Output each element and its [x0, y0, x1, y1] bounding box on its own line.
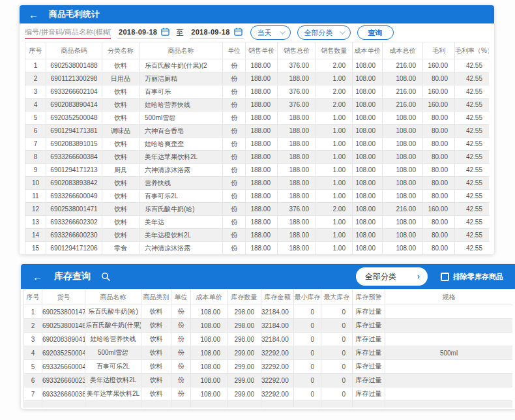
- date-to-field[interactable]: 2018-09-18: [190, 26, 243, 39]
- table-cell: 0: [294, 387, 321, 401]
- table-cell: 298.00: [228, 333, 261, 346]
- table-row[interactable]: 116933266600049饮料百事可乐2L份188.00188.001.00…: [25, 190, 490, 203]
- table-cell: [385, 374, 513, 387]
- category-select[interactable]: 全部分类: [297, 25, 351, 40]
- column-header: 商品名称: [140, 42, 223, 59]
- table-cell: 6: [24, 374, 42, 387]
- table-cell: 188.00: [246, 59, 278, 72]
- table-cell: 10: [25, 177, 46, 190]
- table-row[interactable]: [24, 401, 513, 408]
- back-icon[interactable]: ←: [33, 271, 42, 282]
- column-header: 库存金额: [261, 290, 294, 305]
- table-row[interactable]: 26902538001488乐百氏酸牛奶(什果)(2饮料份108.00298.0…: [24, 319, 513, 333]
- table-cell: 0: [321, 346, 353, 360]
- table-header-row: 序号货号商品名称商品类别单位成本单价库存数量库存金额最小库存最大库存库存预警规格: [24, 290, 513, 305]
- table-cell: 188.00: [278, 151, 316, 164]
- table-row[interactable]: 96901294171213厨具六神清凉沐浴露份188.00188.001.00…: [25, 164, 490, 177]
- table-cell: 1.00: [316, 125, 353, 138]
- table-cell: 库存过量: [353, 319, 385, 333]
- period-select[interactable]: 当天: [250, 25, 291, 40]
- table-cell: 六神百合香皂: [140, 125, 223, 138]
- table-cell: [385, 305, 513, 319]
- query-button[interactable]: 查询: [357, 25, 394, 40]
- table-cell: 108.00: [353, 216, 383, 229]
- table-row[interactable]: 146933266600230饮料美年达橙饮料2L份188.00188.001.…: [25, 229, 490, 242]
- table-cell: 188.00: [278, 138, 316, 151]
- page-title: 库存查询: [54, 271, 91, 282]
- column-header: 货号: [42, 290, 85, 305]
- table-cell: 108.00: [353, 138, 383, 151]
- table-cell: 份: [171, 319, 191, 333]
- page-title: 商品毛利统计: [49, 8, 100, 20]
- inventory-query-panel: ← 库存查询 全部分类 › 排除零库存商品 序号货号商品名称商品类别单位成本单价…: [21, 264, 515, 409]
- table-cell: 份: [171, 346, 191, 360]
- back-icon[interactable]: ←: [29, 9, 38, 20]
- chevron-down-icon: [280, 29, 285, 34]
- table-cell: [385, 333, 513, 346]
- table-cell: 6901294171213: [46, 164, 102, 177]
- calendar-icon[interactable]: [234, 27, 243, 36]
- table-row[interactable]: 66933266600230美年达橙饮料2L饮料份108.00299.00322…: [24, 374, 513, 387]
- table-row[interactable]: 66901294171381调味品六神百合香皂份188.00188.001.00…: [25, 125, 490, 138]
- table-cell: 216.00: [383, 203, 423, 216]
- table-cell: 188.00: [246, 203, 278, 216]
- table-cell: 80.00: [423, 138, 455, 151]
- table-cell: 42.55: [455, 164, 490, 177]
- column-header: 单位: [171, 290, 191, 305]
- table-cell: 108.00: [383, 216, 423, 229]
- table-row[interactable]: 36902083890414娃哈哈营养快线饮料份108.00298.003218…: [24, 333, 513, 346]
- table-cell: 6902083893842: [46, 177, 102, 190]
- table-cell: 80.00: [423, 125, 455, 138]
- table-row[interactable]: 126902538001471饮料乐百氏酸牛奶(哈)份188.00376.002…: [25, 203, 490, 216]
- table-row[interactable]: 56920352500048饮料500ml雪碧份188.00188.001.00…: [25, 112, 490, 125]
- table-row[interactable]: 46902083890414饮料娃哈哈营养快线份188.00376.002.00…: [25, 98, 490, 112]
- table-cell: 108.00: [191, 305, 228, 319]
- category-select[interactable]: 全部分类 ›: [356, 267, 428, 286]
- date-from-field[interactable]: 2018-09-18: [117, 26, 171, 39]
- table-cell: 份: [223, 98, 246, 112]
- table-row[interactable]: 106902083893842饮料营养快线份188.00188.001.0010…: [25, 177, 490, 190]
- search-input[interactable]: [25, 26, 111, 39]
- table-row[interactable]: 76902083891015饮料娃哈哈爽歪歪份188.00188.001.001…: [25, 138, 490, 151]
- table-cell: [42, 401, 85, 408]
- table-row[interactable]: 86933266600384饮料美年达苹果饮料2L份188.00188.001.…: [25, 151, 490, 164]
- table-cell: 376.00: [278, 85, 316, 98]
- table-cell: 乐百氏酸牛奶(什果)(2: [85, 319, 141, 333]
- table-cell: 乐百氏酸牛奶(什果)(2: [140, 59, 223, 72]
- table-cell: 108.00: [383, 177, 423, 190]
- table-cell: 376.00: [278, 59, 316, 72]
- table-cell: 调味品: [102, 125, 140, 138]
- search-icon[interactable]: [101, 272, 110, 281]
- table-cell: 美年达: [140, 216, 223, 229]
- table-cell: 188.00: [246, 177, 278, 190]
- table-row[interactable]: 56933266600049百事可乐2L饮料份108.00299.0032292…: [24, 360, 513, 374]
- table-cell: 份: [223, 216, 246, 229]
- table-cell: 6902083891015: [46, 138, 102, 151]
- table-row[interactable]: 16902538001471乐百氏酸牛奶(哈)饮料份108.00298.0032…: [24, 305, 513, 319]
- table-row[interactable]: 46920352500048500ml雪碧饮料份108.00299.003229…: [24, 346, 513, 360]
- table-row[interactable]: 136933266602302饮料美年达份188.00188.001.00108…: [25, 216, 490, 229]
- table-cell: [261, 401, 294, 408]
- table-cell: 160.00: [423, 59, 455, 72]
- exclude-zero-stock-checkbox[interactable]: [441, 273, 449, 281]
- table-cell: [191, 401, 228, 408]
- table-row[interactable]: 16902538001488饮料乐百氏酸牛奶(什果)(2份188.00376.0…: [25, 59, 490, 72]
- table-cell: 万丽洁厕精: [140, 72, 223, 85]
- table-cell: 108.00: [353, 203, 383, 216]
- calendar-icon[interactable]: [161, 27, 169, 36]
- table-row[interactable]: 26901121300298日用品万丽洁厕精份188.00188.001.001…: [25, 72, 490, 85]
- table-cell: 饮料: [102, 190, 140, 203]
- table-cell: 3: [25, 85, 46, 98]
- table-cell: 饮料: [102, 177, 140, 190]
- table-cell: 份: [223, 229, 246, 242]
- table-row[interactable]: 156901294171206零食六神清凉沐浴露份188.00188.001.0…: [25, 242, 490, 255]
- exclude-zero-stock-option[interactable]: 排除零库存商品: [441, 272, 503, 282]
- table-row[interactable]: 36933266602104饮料百事可乐份188.00376.002.00108…: [25, 85, 490, 98]
- table-cell: 42.55: [455, 138, 490, 151]
- table-cell: 160.00: [423, 98, 455, 112]
- column-header: 分类名称: [102, 42, 140, 59]
- table-row[interactable]: 76933266600384美年达苹果饮料2L饮料份108.00299.0032…: [24, 387, 513, 401]
- table-cell: 饮料: [141, 305, 171, 319]
- table-cell: 份: [171, 387, 191, 401]
- table-cell: 六神清凉沐浴露: [140, 164, 223, 177]
